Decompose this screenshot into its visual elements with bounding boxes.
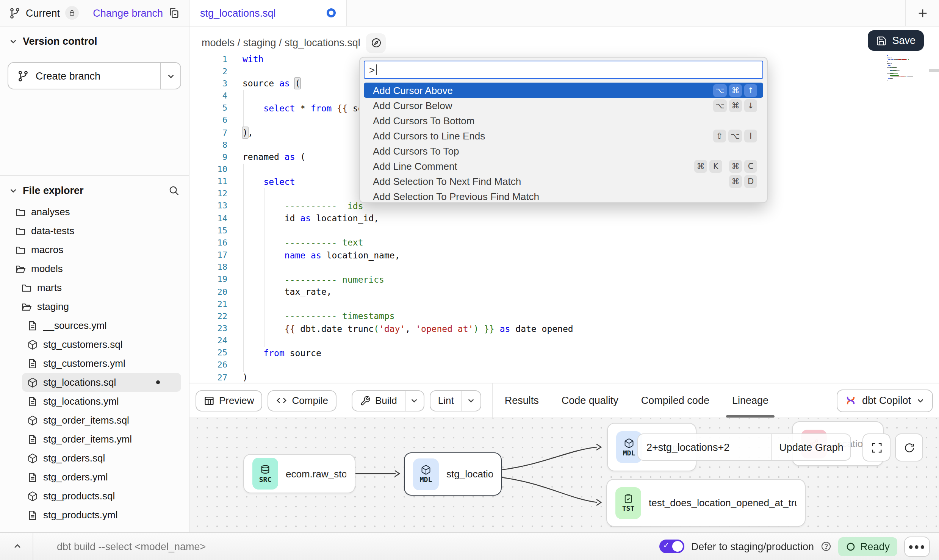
dbt-ide-app: Current Change branch Version control Cr… [0,0,939,560]
file-item-stg_customers.yml[interactable]: stg_customers.yml [0,354,189,373]
new-tab-button[interactable] [906,0,939,26]
folder-item-macros[interactable]: macros [0,240,189,259]
palette-item-add-cursor-above[interactable]: Add Cursor Above⌥⌘↑ [364,83,763,98]
code-line[interactable]: 23 {{ dbt.date_trunc('day', 'opened_at')… [189,322,939,335]
palette-item-add-cursors-to-line-ends[interactable]: Add Cursors to Line Ends⇧⌥I [364,128,763,143]
minimap[interactable] [885,54,929,81]
expand-command-bar-button[interactable] [9,538,26,555]
file-label: stg_customers.yml [43,358,125,369]
source-badge: SRC [252,458,278,490]
cube-icon [624,438,634,448]
copy-icon[interactable] [168,7,180,19]
file-item-stg_locations.sql[interactable]: stg_locations.sql [22,373,181,392]
divider [33,532,33,560]
palette-item-add-line-comment[interactable]: Add Line Comment⌘K⌘C [364,158,763,174]
save-button[interactable]: Save [868,30,924,51]
folder-item-data-tests[interactable]: data-tests [0,221,189,240]
dbt-copilot-button[interactable]: dbt Copilot [837,389,933,412]
file-item-stg_orders.sql[interactable]: stg_orders.sql [0,449,189,468]
help-icon[interactable] [821,541,831,552]
update-graph-button[interactable]: Update Graph [772,434,850,460]
folder-item-marts[interactable]: marts [0,278,189,297]
panel-tab-code-quality[interactable]: Code quality [562,383,618,418]
code-line[interactable]: 17 name as location_name, [189,249,939,261]
file-item-stg_products.yml[interactable]: stg_products.yml [0,505,189,524]
change-branch-link[interactable]: Change branch [93,7,163,19]
navigate-button[interactable] [366,33,386,53]
minimap-slider[interactable] [929,69,939,72]
tab-stg-locations[interactable]: stg_locations.sql [189,0,347,26]
version-control-header[interactable]: Version control [0,27,189,52]
status-badge[interactable]: Ready [838,537,897,556]
file-item-stg_locations.yml[interactable]: stg_locations.yml [0,392,189,411]
shortcut-key: ⌘ [729,175,742,188]
palette-item-add-cursors-to-bottom[interactable]: Add Cursors To Bottom [364,113,763,128]
line-number: 7 [189,128,227,138]
chevron-down-icon [467,396,476,405]
code-line[interactable]: 27) [189,371,939,383]
file-icon [27,320,38,331]
code-line[interactable]: 14 id as location_id, [189,212,939,224]
code-line[interactable]: 25 from source [189,347,939,359]
lineage-canvas[interactable]: SRC ecom.raw_stores MDL stg_locations MD… [189,418,939,532]
command-palette-input[interactable]: > [364,61,763,79]
preview-button[interactable]: Preview [196,390,263,411]
folder-open-icon [21,301,32,312]
file-item-stg_orders.yml[interactable]: stg_orders.yml [0,468,189,486]
code-line[interactable]: 15 [189,224,939,236]
palette-item-add-cursors-to-top[interactable]: Add Cursors To Top [364,143,763,158]
folder-item-models[interactable]: models [0,259,189,278]
chevron-down-icon [9,186,17,195]
refresh-button[interactable] [895,433,923,461]
panel-tab-lineage[interactable]: Lineage [732,383,768,418]
folder-item-staging[interactable]: staging [0,297,189,316]
lineage-selector-input[interactable]: 2+stg_locations+2 [638,434,772,460]
search-icon[interactable] [168,185,180,196]
code-line[interactable]: 20 tax_rate, [189,286,939,298]
file-item-stg_order_items.yml[interactable]: stg_order_items.yml [0,430,189,449]
clipboard-check-icon [623,493,634,504]
palette-item-add-selection-to-previous-find-match[interactable]: Add Selection To Previous Find Match [364,189,763,203]
model-cube-icon [27,453,38,463]
file-explorer-header[interactable]: File explorer [0,176,189,201]
code-line[interactable]: 19 ---------- numerics [189,274,939,286]
lineage-node-stg-locations[interactable]: MDL stg_locations [404,452,502,496]
palette-item-add-selection-to-next-find-match[interactable]: Add Selection To Next Find Match⌘D [364,174,763,189]
file-label: staging [37,301,69,312]
file-item-stg_customers.sql[interactable]: stg_customers.sql [0,335,189,354]
file-icon [27,434,38,444]
file-item-__sources.yml[interactable]: __sources.yml [0,316,189,335]
version-control-title: Version control [23,36,97,47]
line-number: 14 [189,213,227,223]
folder-icon [15,206,26,217]
build-button[interactable]: Build [352,390,424,411]
lineage-node-test[interactable]: TST test_does_location_opened_at_trunc_t… [606,479,806,527]
code-line[interactable]: 26 [189,359,939,371]
file-explorer-section: File explorer analysesdata-testsmacrosmo… [0,176,189,524]
more-options-button[interactable]: ●●● [904,536,930,557]
defer-toggle[interactable]: ✓ [659,540,684,553]
lint-button[interactable]: Lint [430,390,481,411]
folder-item-analyses[interactable]: analyses [0,202,189,221]
line-number: 11 [189,177,227,186]
lineage-node-source[interactable]: SRC ecom.raw_stores [243,454,355,493]
command-input[interactable]: dbt build --select <model_name> [57,541,206,552]
create-branch-button[interactable]: Create branch [8,62,181,89]
panel-tab-results[interactable]: Results [505,383,539,418]
chevron-up-icon [13,542,22,551]
file-item-stg_products.sql[interactable]: stg_products.sql [0,486,189,505]
palette-item-add-cursor-below[interactable]: Add Cursor Below⌥⌘↓ [364,98,763,113]
code-line[interactable]: 18 [189,261,939,273]
code-line[interactable]: 24 [189,335,939,347]
fullscreen-button[interactable] [862,433,890,461]
panel-tab-compiled-code[interactable]: Compiled code [641,383,709,418]
code-line[interactable]: 21 [189,298,939,310]
build-dropdown[interactable] [405,396,424,405]
file-item-stg_order_items.sql[interactable]: stg_order_items.sql [0,411,189,430]
code-line[interactable]: 16 ---------- text [189,237,939,249]
line-number: 26 [189,360,227,370]
lint-dropdown[interactable] [462,396,480,405]
compile-button[interactable]: Compile [268,390,336,411]
code-line[interactable]: 22 ---------- timestamps [189,310,939,322]
create-branch-dropdown[interactable] [161,72,180,80]
